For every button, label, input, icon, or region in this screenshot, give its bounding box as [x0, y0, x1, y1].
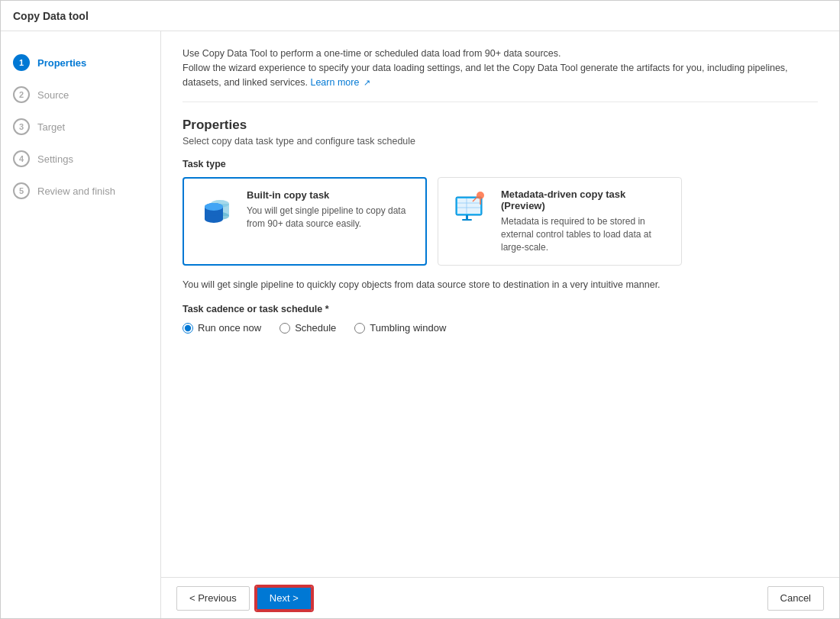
sidebar-item-target[interactable]: 3 Target — [1, 111, 160, 143]
step-circle-2: 2 — [13, 86, 30, 103]
intro-line1: Use Copy Data Tool to perform a one-time… — [183, 48, 561, 59]
sidebar-label-properties: Properties — [37, 57, 86, 69]
summary-text: You will get single pipeline to quickly … — [183, 278, 818, 292]
svg-point-14 — [477, 192, 484, 199]
next-label: Next > — [270, 592, 299, 604]
svg-rect-12 — [466, 215, 468, 219]
sidebar-label-target: Target — [37, 121, 65, 133]
previous-label: < Previous — [189, 592, 237, 604]
cancel-button[interactable]: Cancel — [767, 586, 824, 611]
svg-point-5 — [205, 215, 223, 223]
metadata-copy-info: Metadata-driven copy task (Preview) Meta… — [501, 189, 669, 253]
sidebar-label-source: Source — [37, 89, 69, 101]
step-circle-4: 4 — [13, 150, 30, 167]
section-title: Properties — [183, 118, 818, 133]
metadata-copy-desc: Metadata is required to be stored in ext… — [501, 215, 669, 253]
main-content: 1 Properties 2 Source 3 Target 4 Setting… — [1, 31, 839, 618]
radio-run-once[interactable]: Run once now — [183, 322, 261, 334]
metadata-copy-icon — [451, 189, 490, 228]
sidebar-item-review[interactable]: 5 Review and finish — [1, 175, 160, 207]
previous-button[interactable]: < Previous — [176, 586, 250, 611]
section-subtitle: Select copy data task type and configure… — [183, 136, 818, 147]
content-body: Use Copy Data Tool to perform a one-time… — [161, 31, 839, 577]
radio-schedule[interactable]: Schedule — [279, 322, 336, 334]
builtin-copy-desc: You will get single pipeline to copy dat… — [247, 205, 413, 231]
title-bar: Copy Data tool — [1, 1, 839, 31]
task-cards-container: Built-in copy task You will get single p… — [183, 177, 818, 265]
svg-point-6 — [205, 203, 223, 211]
next-button[interactable]: Next > — [256, 586, 312, 611]
sidebar-item-settings[interactable]: 4 Settings — [1, 143, 160, 175]
sidebar-item-source[interactable]: 2 Source — [1, 79, 160, 111]
radio-tumbling-input[interactable] — [354, 323, 365, 334]
task-type-label: Task type — [183, 159, 818, 169]
sidebar: 1 Properties 2 Source 3 Target 4 Setting… — [1, 31, 161, 618]
metadata-copy-title: Metadata-driven copy task (Preview) — [501, 189, 669, 211]
svg-rect-13 — [462, 219, 472, 221]
intro-line2: Follow the wizard experience to specify … — [183, 63, 788, 88]
builtin-copy-title: Built-in copy task — [247, 189, 413, 201]
window-title: Copy Data tool — [13, 10, 89, 22]
step-circle-3: 3 — [13, 118, 30, 135]
radio-tumbling[interactable]: Tumbling window — [354, 322, 446, 334]
cadence-radio-group: Run once now Schedule Tumbling window — [183, 322, 818, 334]
footer: < Previous Next > Cancel — [161, 577, 839, 618]
builtin-copy-task-card[interactable]: Built-in copy task You will get single p… — [183, 177, 427, 265]
intro-section: Use Copy Data Tool to perform a one-time… — [183, 47, 818, 102]
content-area: Use Copy Data Tool to perform a one-time… — [161, 31, 839, 618]
sidebar-label-settings: Settings — [37, 153, 73, 165]
builtin-copy-icon — [196, 189, 236, 229]
metadata-copy-task-card[interactable]: Metadata-driven copy task (Preview) Meta… — [438, 177, 682, 265]
cadence-label: Task cadence or task schedule * — [183, 304, 818, 314]
step-circle-5: 5 — [13, 182, 30, 199]
sidebar-label-review: Review and finish — [37, 185, 115, 197]
radio-schedule-input[interactable] — [279, 323, 290, 334]
cancel-label: Cancel — [780, 592, 811, 604]
svg-rect-8 — [457, 198, 480, 214]
radio-schedule-label: Schedule — [295, 322, 336, 334]
window: Copy Data tool 1 Properties 2 Source 3 T… — [0, 0, 840, 619]
sidebar-item-properties[interactable]: 1 Properties — [1, 47, 160, 79]
learn-more-link[interactable]: Learn more — [310, 77, 359, 88]
step-circle-1: 1 — [13, 54, 30, 71]
properties-section: Properties Select copy data task type an… — [183, 118, 818, 334]
radio-tumbling-label: Tumbling window — [370, 322, 446, 334]
external-link-icon: ↗ — [363, 78, 370, 87]
radio-run-once-input[interactable] — [183, 323, 193, 334]
radio-run-once-label: Run once now — [198, 322, 261, 334]
builtin-copy-info: Built-in copy task You will get single p… — [247, 189, 413, 231]
